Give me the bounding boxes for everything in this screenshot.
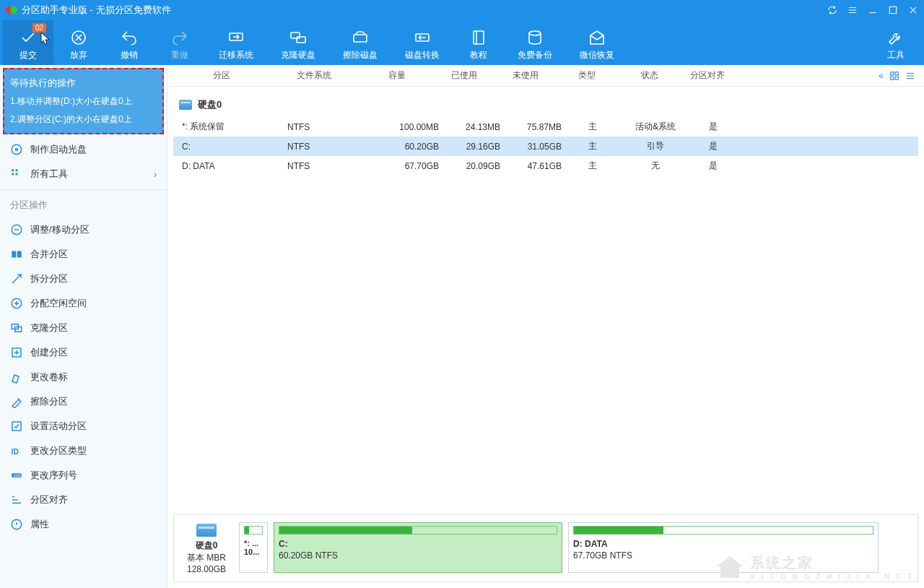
clone-disk-button[interactable]: 克隆硬盘 [267, 20, 329, 65]
migrate-icon [227, 27, 245, 48]
sidebar-section-header: 分区操作 [0, 193, 167, 217]
table-header: 分区 文件系统 容量 已使用 未使用 类型 状态 分区对齐 « [167, 65, 924, 87]
col-free[interactable]: 未使用 [494, 69, 556, 82]
view-list-icon[interactable] [905, 71, 915, 81]
op-icon [10, 518, 23, 531]
col-partition[interactable]: 分区 [173, 69, 267, 82]
submit-button[interactable]: 02 提交 [3, 20, 53, 65]
maximize-icon[interactable] [888, 5, 898, 15]
svg-text:ID: ID [12, 447, 19, 456]
svg-rect-24 [12, 422, 21, 431]
tutorial-button[interactable]: 教程 [453, 20, 504, 65]
pending-item[interactable]: 1.移动并调整(D:)大小在硬盘0上 [10, 95, 157, 108]
op-icon [10, 321, 23, 334]
svg-text:123: 123 [14, 473, 22, 477]
op-icon [10, 248, 23, 261]
redo-button: 重做 [154, 20, 205, 65]
op-icon [10, 371, 23, 384]
partition-row[interactable]: *: 系统保留NTFS100.00MB24.13MB75.87MB主活动&系统是 [173, 117, 918, 137]
undo-button[interactable]: 撤销 [104, 20, 154, 65]
disk-icon [196, 524, 217, 537]
wechat-icon [588, 27, 606, 48]
migrate-os-button[interactable]: 迁移系统 [205, 20, 267, 65]
pending-title: 等待执行的操作 [10, 77, 157, 90]
app-logo-icon [6, 4, 17, 16]
disk-group-header[interactable]: 硬盘0 [173, 92, 918, 117]
cancel-icon [70, 27, 87, 48]
partition-op-item[interactable]: 合并分区 [0, 242, 167, 267]
op-icon [10, 420, 23, 433]
redo-icon [171, 27, 188, 48]
menu-icon[interactable] [847, 5, 858, 15]
svg-rect-32 [895, 77, 898, 79]
sidebar-all-tools[interactable]: 所有工具 › [0, 162, 167, 186]
disk-icon [179, 100, 192, 110]
discard-button[interactable]: 放弃 [53, 20, 104, 65]
col-capacity[interactable]: 容量 [361, 69, 433, 82]
svg-rect-9 [474, 31, 484, 44]
partition-row[interactable]: D: DATANTFS67.70GB20.09GB47.61GB主无是 [173, 156, 918, 176]
svg-rect-30 [895, 72, 898, 74]
svg-rect-2 [889, 7, 896, 13]
partition-op-item[interactable]: 调整/移动分区 [0, 217, 167, 242]
collapse-columns-icon[interactable]: « [879, 71, 884, 81]
partition-row[interactable]: C:NTFS60.20GB29.16GB31.05GB主引导是 [173, 137, 918, 156]
erase-disk-button[interactable]: 擦除磁盘 [329, 20, 391, 65]
partition-op-item[interactable]: 创建分区 [0, 340, 167, 365]
minimize-icon[interactable] [868, 5, 878, 15]
svg-rect-13 [12, 169, 14, 171]
tools-button[interactable]: 工具 [871, 20, 921, 65]
svg-rect-14 [16, 169, 18, 171]
book-icon [470, 27, 487, 48]
col-align[interactable]: 分区对齐 [682, 69, 733, 82]
wechat-recover-button[interactable]: 微信恢复 [566, 20, 628, 65]
pending-item[interactable]: 2.调整分区(C:)的大小在硬盘0上 [10, 113, 157, 126]
op-icon [10, 297, 23, 310]
grid-icon [10, 168, 23, 181]
chevron-right-icon: › [154, 169, 157, 180]
svg-rect-7 [354, 35, 367, 42]
svg-rect-18 [12, 251, 16, 258]
partition-op-item[interactable]: 擦除分区 [0, 389, 167, 414]
op-icon [10, 272, 23, 285]
disc-icon [10, 143, 23, 156]
op-icon [10, 223, 23, 236]
svg-point-10 [529, 31, 541, 35]
partition-op-item[interactable]: 属性 [0, 512, 167, 537]
partition-op-item[interactable]: 分配空闲空间 [0, 291, 167, 316]
svg-rect-16 [16, 173, 18, 176]
wrench-icon [887, 27, 905, 48]
op-icon [10, 346, 23, 359]
clone-disk-icon [289, 27, 307, 48]
partition-op-item[interactable]: ID更改分区类型 [0, 438, 167, 463]
svg-point-12 [16, 149, 18, 151]
svg-rect-15 [12, 173, 14, 176]
disk-map-partition[interactable]: *: ...10... [239, 522, 268, 573]
col-used[interactable]: 已使用 [433, 69, 494, 82]
disk-map-info[interactable]: 硬盘0 基本 MBR 128.00GB [181, 522, 232, 574]
partition-op-item[interactable]: 设置活动分区 [0, 414, 167, 438]
close-icon[interactable] [908, 5, 918, 15]
partition-op-item[interactable]: 克隆分区 [0, 316, 167, 340]
convert-icon [414, 27, 431, 48]
view-layout-icon[interactable] [889, 71, 899, 81]
svg-rect-19 [17, 251, 22, 258]
convert-disk-button[interactable]: 磁盘转换 [391, 20, 453, 65]
svg-rect-31 [891, 77, 894, 79]
op-icon [10, 493, 23, 506]
partition-op-item[interactable]: 更改卷标 [0, 365, 167, 389]
disk-map-partition[interactable]: C:60.20GB NTFS [274, 522, 562, 573]
cursor-icon [40, 32, 51, 45]
sidebar: 等待执行的操作 1.移动并调整(D:)大小在硬盘0上 2.调整分区(C:)的大小… [0, 65, 167, 588]
partition-op-item[interactable]: 拆分分区 [0, 267, 167, 291]
toolbar: 02 提交 放弃 撤销 重做 迁移系统 克隆硬盘 擦除磁盘 磁盘转换 教程 免费… [0, 20, 924, 65]
pending-operations-box: 等待执行的操作 1.移动并调整(D:)大小在硬盘0上 2.调整分区(C:)的大小… [3, 68, 164, 134]
partition-op-item[interactable]: 分区对齐 [0, 488, 167, 512]
col-type[interactable]: 类型 [556, 69, 617, 82]
partition-op-item[interactable]: 123更改序列号 [0, 463, 167, 488]
free-backup-button[interactable]: 免费备份 [504, 20, 566, 65]
refresh-icon[interactable] [827, 5, 837, 15]
col-status[interactable]: 状态 [617, 69, 682, 82]
sidebar-make-bootable[interactable]: 制作启动光盘 [0, 137, 167, 162]
col-filesystem[interactable]: 文件系统 [267, 69, 361, 82]
